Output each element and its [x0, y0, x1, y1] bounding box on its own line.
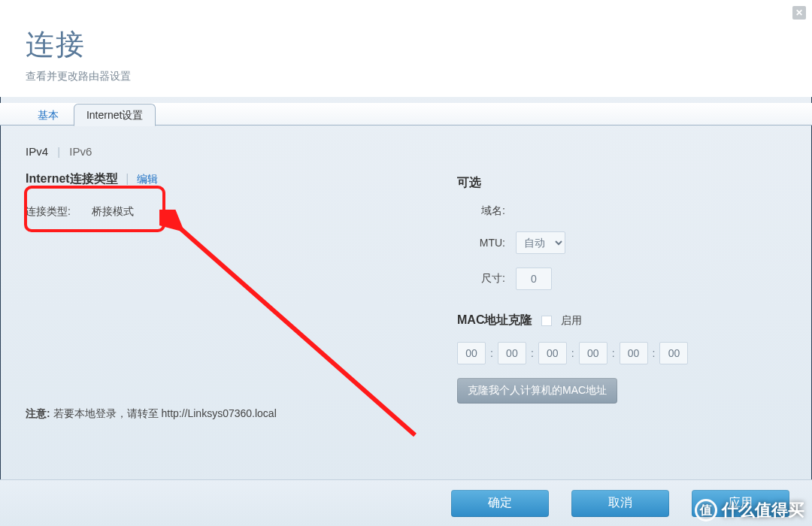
optional-column: 可选 域名: MTU: 自动 尺寸: MAC地址克隆 启用 [457, 175, 780, 404]
header: 连接 查看并更改路由器设置 [0, 0, 812, 97]
apply-button[interactable]: 应用 [692, 490, 789, 517]
connection-type-field-label: 连接类型: [26, 205, 71, 217]
mac-octet-5[interactable] [620, 342, 648, 364]
optional-heading: 可选 [457, 175, 780, 191]
size-label: 尺寸: [457, 272, 505, 286]
separator: | [57, 145, 60, 158]
mac-octet-3[interactable] [538, 342, 567, 364]
mtu-select[interactable]: 自动 [516, 231, 565, 254]
footer: 确定 取消 应用 [0, 479, 812, 526]
page-title: 连接 [26, 26, 786, 64]
domain-row: 域名: [457, 204, 780, 218]
mac-clone-section: MAC地址克隆 启用 : : : : : 克隆我个人计算机的MAC地址 [457, 313, 780, 404]
mtu-row: MTU: 自动 [457, 231, 780, 254]
tab-internet-settings[interactable]: Internet设置 [74, 104, 156, 126]
mac-octet-6[interactable] [659, 342, 688, 364]
cancel-button[interactable]: 取消 [571, 490, 669, 517]
separator: | [126, 172, 129, 185]
mac-octet-4[interactable] [579, 342, 607, 364]
edit-link[interactable]: 编辑 [137, 173, 158, 185]
mac-inputs: : : : : : [457, 342, 780, 364]
mac-clone-heading: MAC地址克隆 [457, 313, 532, 328]
mac-enable-checkbox[interactable] [541, 316, 552, 326]
connection-type-value: 桥接模式 [92, 205, 134, 217]
svg-line-0 [174, 223, 415, 435]
ipv6-option[interactable]: IPv6 [69, 145, 92, 158]
tabs: 基本 Internet设置 [0, 103, 812, 125]
note-label: 注意: [26, 407, 50, 419]
mac-enable-label: 启用 [561, 314, 582, 328]
domain-label: 域名: [457, 204, 505, 218]
ip-version-switch: IPv4 | IPv6 [26, 145, 786, 158]
page-subtitle: 查看并更改路由器设置 [26, 70, 786, 83]
content: IPv4 | IPv6 Internet连接类型 | 编辑 连接类型: 桥接模式… [0, 125, 812, 501]
ipv4-option[interactable]: IPv4 [26, 145, 48, 158]
note-text: 若要本地登录，请转至 http://Linksys07360.local [53, 407, 277, 419]
size-input[interactable] [516, 268, 552, 290]
tab-basic[interactable]: 基本 [26, 104, 71, 125]
ok-button[interactable]: 确定 [451, 490, 549, 517]
size-row: 尺寸: [457, 268, 780, 290]
router-settings-window: ✕ 连接 查看并更改路由器设置 基本 Internet设置 IPv4 | IPv… [0, 0, 812, 526]
annotation-arrow-icon [159, 210, 430, 465]
mac-octet-1[interactable] [457, 342, 486, 364]
mac-octet-2[interactable] [498, 342, 526, 364]
mtu-label: MTU: [457, 237, 505, 249]
close-icon[interactable]: ✕ [792, 6, 806, 20]
local-login-note: 注意: 若要本地登录，请转至 http://Linksys07360.local [26, 407, 277, 421]
clone-mac-button[interactable]: 克隆我个人计算机的MAC地址 [457, 378, 617, 404]
connection-type-label: Internet连接类型 [26, 172, 118, 185]
